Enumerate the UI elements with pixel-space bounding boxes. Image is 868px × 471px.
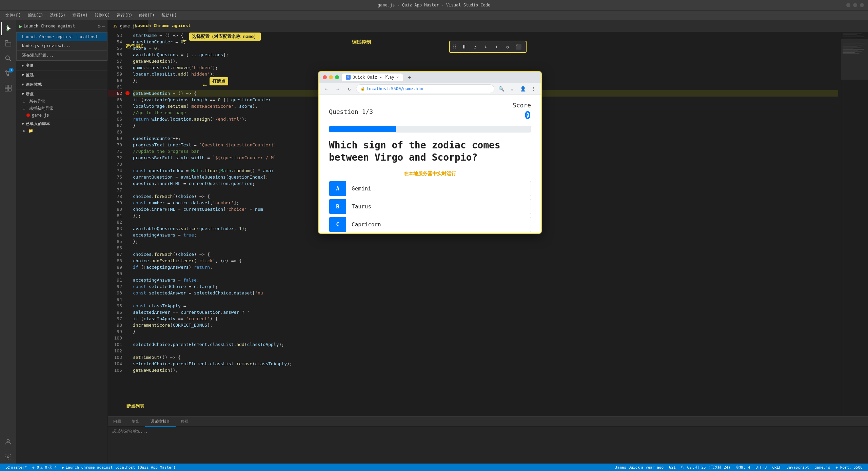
browser-minimize-button[interactable]: [329, 75, 333, 79]
browser-search-icon[interactable]: 🔍: [496, 84, 506, 94]
dropdown-item-add-config[interactable]: 还在添加配置...: [17, 50, 107, 60]
code-line-85: };: [133, 238, 838, 245]
panel-tab-terminal[interactable]: 终端: [176, 416, 194, 427]
run-config-label: Launch Chrome against: [24, 24, 96, 28]
activity-icon-explorer[interactable]: [1, 37, 15, 50]
code-line-99: }: [133, 328, 838, 335]
browser-back-button[interactable]: ←: [321, 84, 331, 94]
bp-uncaught-exceptions[interactable]: ☐ 未捕获的异常: [16, 105, 107, 112]
breakpoints-header[interactable]: ▼ 断点: [16, 90, 107, 98]
browser-profile-icon[interactable]: 👤: [518, 84, 528, 94]
editor-area: JS game.js × 53 54 55 56 57 58 59 60 61 …: [108, 20, 868, 464]
code-line-96: selectedAnswer == currentQuestion.answer…: [133, 309, 838, 315]
status-spaces[interactable]: 空格: 4: [734, 465, 751, 470]
run-play-button[interactable]: ▶: [19, 23, 22, 29]
status-debug-session[interactable]: ▶ Launch Chrome against localhost (Quiz …: [61, 465, 177, 470]
browser-bookmark-icon[interactable]: ☆: [507, 84, 517, 94]
svg-point-6: [6, 71, 7, 72]
status-javascript[interactable]: game.js: [813, 465, 831, 470]
status-author: James Quick a year ago: [614, 465, 665, 470]
panel-tab-problems[interactable]: 问题: [108, 416, 126, 427]
panels-area: 问题 输出 调试控制台 终端 调试控制台输出...: [108, 416, 868, 464]
activity-icon-account[interactable]: [1, 435, 15, 449]
dropdown-item-nodejs[interactable]: Node.js (preview)...: [17, 41, 107, 50]
browser-tab-quiz[interactable]: Q Quick Quiz - Play ×: [342, 74, 403, 81]
menu-file[interactable]: 文件(F): [3, 11, 24, 20]
run-more-icon[interactable]: ⋯: [102, 23, 105, 29]
debug-btn-pause[interactable]: ⏸: [459, 42, 469, 52]
variables-header[interactable]: ▶ 变量: [16, 62, 107, 69]
status-branch[interactable]: ⎇ master*: [4, 465, 28, 470]
launch-chrome-label: Launch Chrome against: [135, 23, 191, 28]
debug-btn-step-out[interactable]: ⬆: [492, 42, 501, 52]
status-commit[interactable]: 621: [668, 465, 677, 470]
browser-new-tab-button[interactable]: +: [406, 73, 414, 81]
panel-tab-output[interactable]: 输出: [126, 416, 145, 427]
status-line-col[interactable]: 行 62，列 25 (已选择 24): [680, 465, 732, 470]
url-text: localhost:5500/game.html: [367, 86, 425, 91]
debug-btn-restart[interactable]: ↻: [503, 42, 512, 52]
call-stack-header[interactable]: ▼ 调用堆栈: [16, 81, 107, 88]
svg-rect-9: [5, 85, 8, 88]
choice-item-a[interactable]: A Gemini: [329, 181, 531, 196]
close-button[interactable]: ×: [860, 3, 864, 7]
choice-letter-a: A: [329, 181, 346, 196]
url-bar[interactable]: 🔒 localhost:5500/game.html: [356, 84, 494, 93]
scripts-header[interactable]: ▼ 已载入的脚本: [16, 120, 107, 128]
choice-item-c[interactable]: C Capricorn: [329, 217, 531, 232]
annotation-debug-ctrl: 调试控制: [352, 39, 371, 45]
minimize-button[interactable]: —: [846, 3, 850, 7]
run-config-bar: ▶ Launch Chrome against ⚙ ⋯: [16, 20, 107, 32]
activity-icon-run[interactable]: [1, 22, 15, 35]
status-eol[interactable]: CRLF: [771, 465, 783, 470]
code-line-86: [133, 245, 838, 251]
bp-game-js[interactable]: game.js: [16, 112, 107, 118]
code-line-88: choice.addEventListener('click', (e) => …: [133, 258, 838, 264]
debug-toolbar-grip[interactable]: ⠿: [453, 44, 457, 50]
activity-icon-git[interactable]: 1: [1, 66, 15, 80]
browser-reload-button[interactable]: ↻: [344, 84, 354, 94]
status-errors[interactable]: ⊘ 0 ⚠ 0 ⓘ 4: [31, 465, 58, 470]
code-line-105: getNewQuestion();: [133, 367, 838, 373]
bp-all-exceptions[interactable]: ☐ 所有异常: [16, 98, 107, 105]
menu-help[interactable]: 帮助(H): [159, 11, 180, 20]
menu-edit[interactable]: 编辑(E): [25, 11, 46, 20]
debug-btn-step-into[interactable]: ⬇: [481, 42, 491, 52]
code-line-90: [133, 270, 838, 277]
browser-tab-title: Quick Quiz - Play: [353, 75, 394, 80]
script-file-item[interactable]: ▶ 📁: [16, 128, 107, 134]
status-language[interactable]: JavaScript: [785, 465, 810, 470]
run-settings-icon[interactable]: ⚙: [98, 23, 100, 29]
browser-tab-close-button[interactable]: ×: [396, 75, 399, 80]
activity-icon-search[interactable]: [1, 52, 15, 65]
dropdown-item-chrome[interactable]: Launch Chrome against localhost: [17, 33, 107, 41]
breakpoint-gutter: [125, 32, 130, 416]
status-port[interactable]: ⊕ Port: 5500: [834, 465, 864, 470]
debug-btn-step-over[interactable]: ↺: [470, 42, 480, 52]
menu-run[interactable]: 运行(R): [114, 11, 135, 20]
browser-maximize-button[interactable]: [335, 75, 339, 79]
svg-rect-11: [5, 88, 8, 91]
activity-icon-extensions[interactable]: [1, 81, 15, 95]
panel-tab-debug-console[interactable]: 调试控制台: [145, 416, 176, 427]
debug-btn-stop[interactable]: ⬛: [514, 42, 523, 52]
realtime-annotation: 在本地服务器中实时运行: [329, 171, 531, 177]
code-line-58: game.classList.remove('hidden');: [133, 64, 838, 71]
browser-forward-button[interactable]: →: [333, 84, 342, 94]
url-lock-icon: 🔒: [360, 86, 365, 91]
svg-point-0: [7, 25, 9, 27]
browser-close-button[interactable]: [323, 75, 327, 79]
watch-header[interactable]: ▼ 监视: [16, 71, 107, 79]
status-encoding[interactable]: UTF-8: [754, 465, 768, 470]
choice-text-a: Gemini: [346, 181, 377, 196]
breakpoint-dot: [125, 91, 130, 95]
maximize-button[interactable]: □: [853, 3, 857, 7]
menu-terminal[interactable]: 终端(T): [136, 11, 157, 20]
choice-item-b[interactable]: B Taurus: [329, 199, 531, 214]
browser-menu-icon[interactable]: ⋮: [529, 84, 538, 94]
code-line-95: const classToApply =: [133, 303, 838, 309]
menu-select[interactable]: 选择(S): [47, 11, 68, 20]
activity-icon-settings[interactable]: [1, 450, 15, 464]
menu-view[interactable]: 查看(V): [70, 11, 91, 20]
menu-goto[interactable]: 转到(G): [92, 11, 113, 20]
